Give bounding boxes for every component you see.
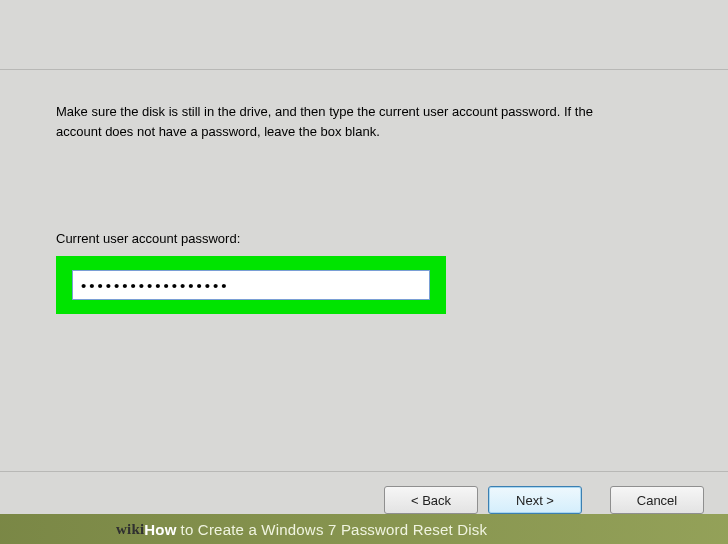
- wizard-dialog: Make sure the disk is still in the drive…: [0, 0, 728, 544]
- content-area: Make sure the disk is still in the drive…: [0, 70, 728, 460]
- button-row: < Back Next > Cancel: [0, 471, 728, 514]
- article-title: to Create a Windows 7 Password Reset Dis…: [181, 521, 488, 538]
- next-button[interactable]: Next >: [488, 486, 582, 514]
- cancel-button[interactable]: Cancel: [610, 486, 704, 514]
- instruction-text: Make sure the disk is still in the drive…: [56, 102, 616, 141]
- password-input[interactable]: [72, 270, 430, 300]
- wikihow-logo-how: How: [144, 521, 176, 538]
- wikihow-logo-wiki: wiki: [116, 521, 144, 538]
- password-label: Current user account password:: [56, 231, 672, 246]
- watermark-bar: wikiHow to Create a Windows 7 Password R…: [0, 514, 728, 544]
- header-spacer: [0, 0, 728, 70]
- back-button[interactable]: < Back: [384, 486, 478, 514]
- password-highlight: [56, 256, 446, 314]
